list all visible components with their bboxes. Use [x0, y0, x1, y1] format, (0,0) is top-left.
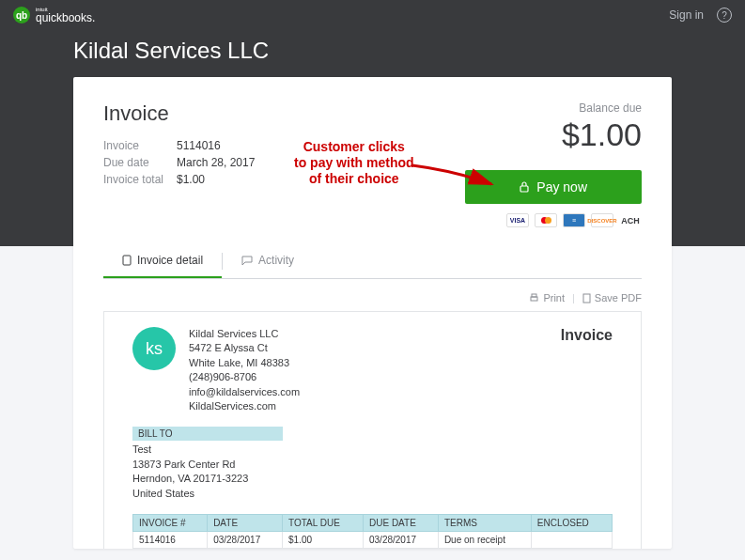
billto-country: United States	[132, 487, 613, 501]
sender-addr1: 5472 E Alyssa Ct	[189, 341, 300, 355]
td-terms: Due on receipt	[438, 531, 531, 548]
td-total-due: $1.00	[283, 531, 364, 548]
save-pdf-label: Save PDF	[595, 292, 642, 303]
annotation-line1: Customer clicks	[294, 139, 414, 155]
sender-name: Kildal Services LLC	[189, 327, 300, 341]
th-enclosed: ENCLOSED	[531, 514, 612, 531]
tab-activity[interactable]: Activity	[223, 244, 313, 278]
billto-addr1: 13873 Park Center Rd	[132, 458, 613, 472]
th-terms: TERMS	[438, 514, 531, 531]
balance-due-amount: $1.00	[465, 117, 642, 153]
tab-activity-label: Activity	[258, 254, 294, 267]
th-date: DATE	[208, 514, 283, 531]
pay-now-label: Pay now	[536, 179, 587, 194]
td-date: 03/28/2017	[208, 531, 283, 548]
mastercard-icon	[535, 213, 557, 227]
meta-invoice-label: Invoice	[103, 139, 177, 152]
brand: qb intuit quickbooks.	[13, 7, 95, 23]
sender-addr2: White Lake, MI 48383	[189, 356, 300, 370]
print-icon	[529, 293, 539, 303]
lock-icon	[520, 181, 529, 193]
balance-due-label: Balance due	[465, 101, 642, 115]
sender-avatar: ks	[132, 327, 176, 370]
svg-rect-3	[532, 294, 536, 297]
document-icon	[122, 255, 132, 266]
meta-total-label: Invoice total	[103, 173, 177, 186]
action-separator: |	[572, 292, 575, 303]
invoice-document: ks Kildal Services LLC 5472 E Alyssa Ct …	[103, 311, 642, 549]
td-enclosed	[531, 531, 612, 548]
visa-icon: VISA	[506, 213, 529, 227]
td-due-date: 03/28/2017	[363, 531, 438, 548]
sender-web: KildalServices.com	[189, 399, 300, 413]
signin-link[interactable]: Sign in	[669, 8, 704, 22]
doc-title: Invoice	[561, 327, 613, 413]
tabs: Invoice detail Activity	[103, 244, 642, 279]
sender-phone: (248)906-8706	[189, 370, 300, 384]
print-link[interactable]: Print	[529, 292, 565, 303]
svg-rect-4	[583, 294, 590, 303]
chat-icon	[241, 256, 253, 266]
annotation-arrow-icon	[409, 162, 503, 199]
tab-invoice-detail[interactable]: Invoice detail	[103, 244, 222, 278]
sender-email: info@kildalservices.com	[189, 385, 300, 399]
invoice-table: INVOICE # DATE TOTAL DUE DUE DATE TERMS …	[132, 514, 613, 549]
meta-total-value: $1.00	[177, 173, 205, 186]
save-pdf-link[interactable]: Save PDF	[582, 292, 642, 303]
th-invoice-no: INVOICE #	[133, 514, 208, 531]
meta-invoice-value: 5114016	[177, 139, 221, 152]
discover-icon: DISCOVER	[591, 213, 613, 227]
annotation-callout: Customer clicks to pay with method of th…	[294, 139, 414, 186]
brand-main: quickbooks.	[36, 12, 95, 23]
svg-rect-0	[520, 186, 528, 192]
meta-duedate-label: Due date	[103, 156, 177, 169]
invoice-heading: Invoice	[103, 101, 255, 126]
billto-name: Test	[132, 443, 613, 457]
billto-label: BILL TO	[132, 427, 283, 441]
file-icon	[582, 293, 591, 303]
company-title: Kildal Services LLC	[73, 30, 672, 77]
print-label: Print	[543, 292, 565, 303]
topbar: qb intuit quickbooks. Sign in ?	[0, 0, 745, 30]
qb-logo-icon: qb	[13, 7, 30, 23]
payment-logos: VISA ≡ DISCOVER ACH	[73, 213, 672, 227]
th-total-due: TOTAL DUE	[283, 514, 364, 531]
annotation-line2: to pay with method	[294, 155, 414, 171]
svg-rect-2	[531, 297, 537, 301]
td-invoice-no: 5114016	[133, 531, 208, 548]
amex-icon: ≡	[563, 213, 585, 227]
meta-duedate-value: March 28, 2017	[177, 156, 255, 169]
tab-detail-label: Invoice detail	[137, 254, 203, 267]
billto-addr2: Herndon, VA 20171-3223	[132, 472, 613, 486]
ach-icon: ACH	[619, 213, 642, 227]
th-due-date: DUE DATE	[363, 514, 438, 531]
svg-rect-1	[123, 256, 131, 265]
annotation-line3: of their choice	[294, 171, 414, 187]
table-row: 5114016 03/28/2017 $1.00 03/28/2017 Due …	[133, 531, 613, 548]
help-icon[interactable]: ?	[717, 8, 732, 23]
